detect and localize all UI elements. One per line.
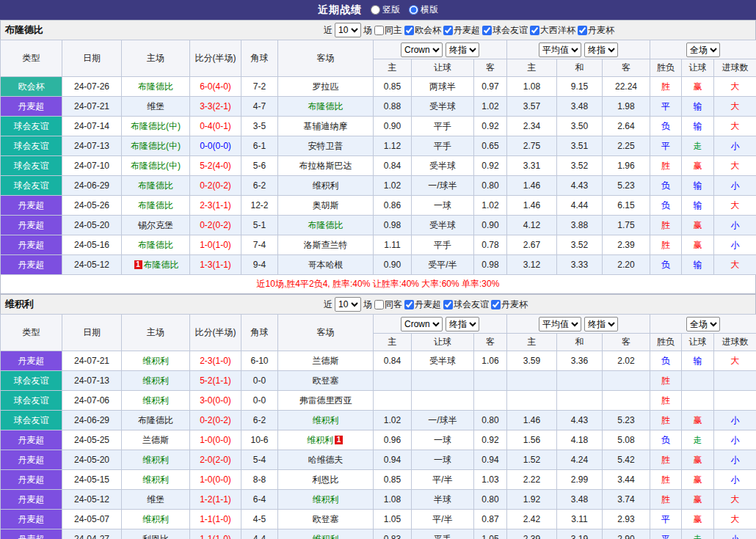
same-venue-checkbox[interactable]: 同主 bbox=[374, 24, 402, 37]
away-team-text: 布隆德比 bbox=[308, 220, 344, 230]
average-select[interactable]: 平均值 bbox=[539, 317, 581, 331]
away-team-text: 兰德斯 bbox=[313, 356, 339, 366]
match-count-select[interactable]: 10 bbox=[335, 23, 361, 37]
league-filter-checkbox-input[interactable] bbox=[404, 300, 414, 309]
odds-away: 0.94 bbox=[474, 450, 507, 470]
league-filter-checkbox-label: 欧会杯 bbox=[415, 24, 441, 37]
away-team-text: 基辅迪纳摩 bbox=[304, 121, 348, 131]
league-filter-checkbox[interactable]: 丹麦超 bbox=[443, 24, 480, 37]
vertical-layout-radio[interactable] bbox=[371, 5, 380, 15]
odds-home: 0.90 bbox=[374, 117, 412, 136]
match-date: 24-07-26 bbox=[62, 77, 122, 97]
league-filter-checkbox-input[interactable] bbox=[491, 300, 501, 309]
avg-home: 2.22 bbox=[507, 470, 557, 490]
goals-result: 大 bbox=[714, 97, 756, 117]
result: 平 bbox=[650, 510, 682, 529]
odds-handicap: 半球 bbox=[412, 490, 474, 510]
away-team: 兰德斯 bbox=[278, 351, 374, 371]
odds-away: 0.92 bbox=[474, 117, 507, 136]
avg-away: 2.02 bbox=[603, 351, 650, 371]
bookmaker-time-select[interactable]: 终指 bbox=[446, 43, 479, 57]
league-filter-checkbox-input[interactable] bbox=[578, 26, 587, 35]
bookmaker-select[interactable]: Crown bbox=[401, 43, 443, 57]
league-filter-checkbox[interactable]: 欧会杯 bbox=[404, 24, 441, 37]
match-date: 24-05-15 bbox=[62, 470, 122, 490]
avg-home: 2.34 bbox=[507, 117, 557, 136]
score: 2-3(1-1) bbox=[190, 196, 241, 216]
col-subheader: 和 bbox=[557, 59, 603, 77]
odds-away: 1.02 bbox=[474, 196, 507, 216]
league-badge: 球会友谊 bbox=[1, 156, 62, 176]
home-team: 布隆德比 bbox=[122, 176, 190, 196]
match-date: 24-07-13 bbox=[62, 371, 122, 391]
average-time-select[interactable]: 终指 bbox=[584, 43, 618, 57]
match-date: 24-04-27 bbox=[62, 529, 122, 539]
layout-option-vertical[interactable]: 竖版 bbox=[371, 4, 400, 16]
goals-result: 大 bbox=[714, 510, 756, 529]
away-team-text: 维积利 bbox=[307, 435, 333, 445]
bookmaker-select[interactable]: Crown bbox=[401, 317, 443, 331]
league-filter-checkbox[interactable]: 丹麦杯 bbox=[578, 24, 614, 37]
col-subheader: 让球 bbox=[682, 59, 714, 77]
home-team-text: 维积利 bbox=[142, 514, 169, 524]
odds-home: 0.86 bbox=[374, 196, 412, 216]
average-time-select[interactable]: 终指 bbox=[584, 317, 618, 331]
match-date: 24-05-07 bbox=[62, 510, 122, 529]
avg-away: 2.39 bbox=[603, 235, 650, 255]
odds-away: 0.90 bbox=[474, 216, 507, 235]
section-titlebar: 布隆德比近10场同主欧会杯丹麦超球会友谊大西洋杯丹麦杯 bbox=[0, 20, 756, 40]
corner-score: 9-4 bbox=[241, 255, 278, 275]
avg-draw: 4.24 bbox=[557, 450, 603, 470]
league-filter-checkbox[interactable]: 丹麦超 bbox=[404, 298, 441, 311]
odds-handicap bbox=[412, 391, 474, 411]
league-filter-checkbox-label: 球会友谊 bbox=[493, 24, 528, 37]
score: 3-0(0-0) bbox=[190, 391, 241, 411]
away-team-text: 维积利 bbox=[313, 180, 339, 191]
layout-option-horizontal[interactable]: 横版 bbox=[409, 4, 438, 16]
away-team: 安特卫普 bbox=[278, 136, 374, 156]
goals-result: 大 bbox=[714, 77, 756, 97]
avg-home: 1.46 bbox=[507, 411, 557, 430]
avg-home: 1.46 bbox=[507, 176, 557, 196]
same-venue-checkbox-input[interactable] bbox=[374, 26, 384, 35]
odds-home: 0.98 bbox=[374, 216, 412, 235]
league-filter-checkbox-input[interactable] bbox=[443, 300, 453, 309]
home-team: 维堡 bbox=[122, 97, 190, 117]
avg-home: 2.67 bbox=[507, 235, 557, 255]
col-subheader: 让球 bbox=[412, 334, 474, 351]
match-count-select[interactable]: 10 bbox=[335, 297, 361, 312]
average-select[interactable]: 平均值 bbox=[539, 43, 581, 57]
avg-home: 2.39 bbox=[507, 529, 557, 539]
corner-score: 4-7 bbox=[241, 97, 278, 117]
odds-handicap: 一球 bbox=[412, 450, 474, 470]
odds-home: 0.84 bbox=[374, 156, 412, 176]
col-header: 类型 bbox=[1, 315, 62, 351]
col-subheader: 让球 bbox=[682, 334, 714, 351]
league-filter-checkbox[interactable]: 球会友谊 bbox=[482, 24, 528, 37]
league-filter-checkbox-input[interactable] bbox=[482, 26, 492, 35]
avg-home: 4.12 bbox=[507, 216, 557, 235]
handicap-result: 赢 bbox=[682, 216, 714, 235]
league-filter-checkbox[interactable]: 丹麦杯 bbox=[491, 298, 528, 311]
corner-score: 0-0 bbox=[241, 391, 278, 411]
score: 6-0(4-0) bbox=[190, 77, 241, 97]
avg-draw: 4.44 bbox=[557, 196, 603, 216]
same-venue-checkbox[interactable]: 同客 bbox=[374, 298, 402, 311]
home-team-text: 布隆德比(中) bbox=[131, 141, 181, 151]
same-venue-checkbox-input[interactable] bbox=[374, 300, 384, 309]
away-team-text: 奥胡斯 bbox=[313, 200, 339, 210]
league-filter-checkbox-input[interactable] bbox=[443, 26, 453, 35]
league-filter-checkbox[interactable]: 球会友谊 bbox=[443, 298, 489, 311]
bookmaker-time-select[interactable]: 终指 bbox=[446, 317, 479, 331]
league-filter-checkbox-input[interactable] bbox=[530, 26, 539, 35]
match-date: 24-06-29 bbox=[62, 176, 122, 196]
unit-label: 场 bbox=[363, 298, 372, 311]
match-row: 丹麦超24-05-15维积利1-0(0-0)8-8利恩比0.85平/半1.032… bbox=[1, 470, 756, 490]
scope-select[interactable]: 全场 bbox=[686, 43, 720, 57]
league-filter-checkbox-input[interactable] bbox=[404, 26, 414, 35]
goals-result bbox=[714, 391, 756, 411]
league-filter-checkbox-label: 丹麦杯 bbox=[588, 24, 614, 37]
horizontal-layout-radio[interactable] bbox=[409, 5, 418, 15]
league-filter-checkbox[interactable]: 大西洋杯 bbox=[530, 24, 575, 37]
scope-select[interactable]: 全场 bbox=[686, 317, 720, 331]
